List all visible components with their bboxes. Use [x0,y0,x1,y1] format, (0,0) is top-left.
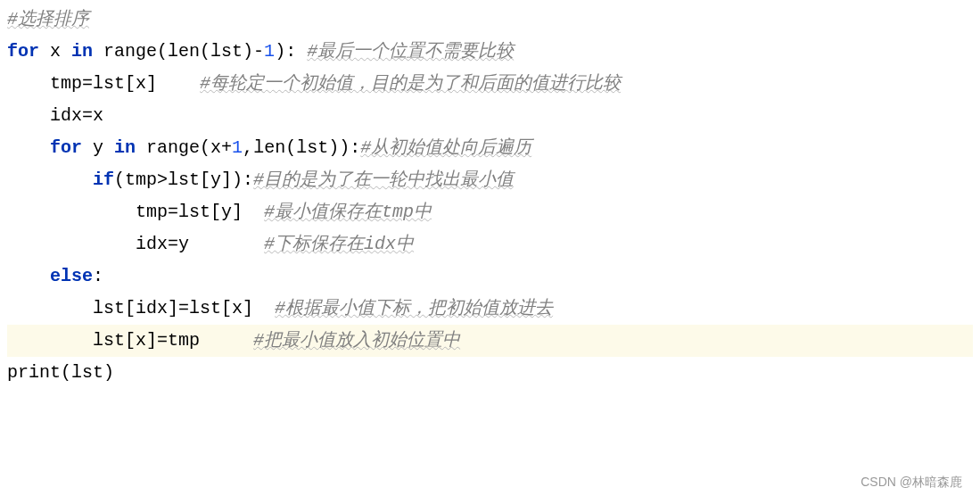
number-token: 1 [264,41,275,62]
code-line: idx=y #下标保存在idx中 [7,228,973,260]
keyword-token: for [7,41,50,62]
identifier-token: idx=y [136,234,264,254]
code-line: #选择排序 [7,4,973,36]
comment-token: #选择排序 [7,9,89,29]
punct-token: : [93,266,103,286]
func-token: range [146,137,200,158]
keyword-token: for [50,137,93,158]
keyword-token: in [71,41,103,62]
punct-token: , [243,137,253,158]
code-line: if(tmp>lst[y]):#目的是为了在一轮中找出最小值 [7,164,973,196]
punct-token: (lst)- [200,41,264,62]
code-line: for y in range(x+1,len(lst)):#从初始值处向后遍历 [7,132,973,164]
code-line: else: [7,260,973,293]
punct-token: (lst)): [285,137,360,158]
comment-token: #最小值保存在tmp中 [264,202,432,222]
code-line: lst[x]=tmp #把最小值放入初始位置中 [7,325,973,357]
identifier-token: x [50,41,71,62]
comment-token: #最后一个位置不需要比较 [307,41,514,62]
watermark-text: CSDN @林暗森鹿 [861,471,962,493]
identifier-token: lst[idx]=lst[x] [93,298,275,318]
punct-token: ( [157,41,168,62]
punct-token: (lst) [61,362,114,383]
comment-token: #每轮定一个初始值，目的是为了和后面的值进行比较 [200,73,621,94]
number-token: 1 [232,137,243,158]
comment-token: #把最小值放入初始位置中 [253,330,460,351]
comment-token: #根据最小值下标，把初始值放进去 [275,298,553,318]
code-line: print(lst) [7,357,973,389]
func-token: len [253,137,285,158]
comment-token: #从初始值处向后遍历 [360,137,531,158]
code-editor: #选择排序for x in range(len(lst)-1): #最后一个位置… [7,4,973,389]
code-line: lst[idx]=lst[x] #根据最小值下标，把初始值放进去 [7,293,973,325]
code-line: idx=x [7,100,973,132]
func-token: range [103,41,157,62]
identifier-token: y [93,137,114,158]
func-token: print [7,362,61,383]
identifier-token: lst[x]=tmp [93,330,253,351]
identifier-token: tmp=lst[y] [136,202,264,222]
code-line: tmp=lst[y] #最小值保存在tmp中 [7,196,973,228]
punct-token: (tmp>lst[y]): [114,169,253,190]
func-token: len [168,41,200,62]
code-line: tmp=lst[x] #每轮定一个初始值，目的是为了和后面的值进行比较 [7,68,973,100]
comment-token: #目的是为了在一轮中找出最小值 [253,169,514,190]
keyword-token: in [114,137,146,158]
keyword-token: else [50,266,93,286]
punct-token: (x+ [200,137,232,158]
keyword-token: if [93,169,114,190]
punct-token: ): [275,41,307,62]
code-line: for x in range(len(lst)-1): #最后一个位置不需要比较 [7,36,973,68]
identifier-token: tmp=lst[x] [50,73,200,94]
identifier-token: idx=x [50,105,103,126]
comment-token: #下标保存在idx中 [264,234,414,254]
